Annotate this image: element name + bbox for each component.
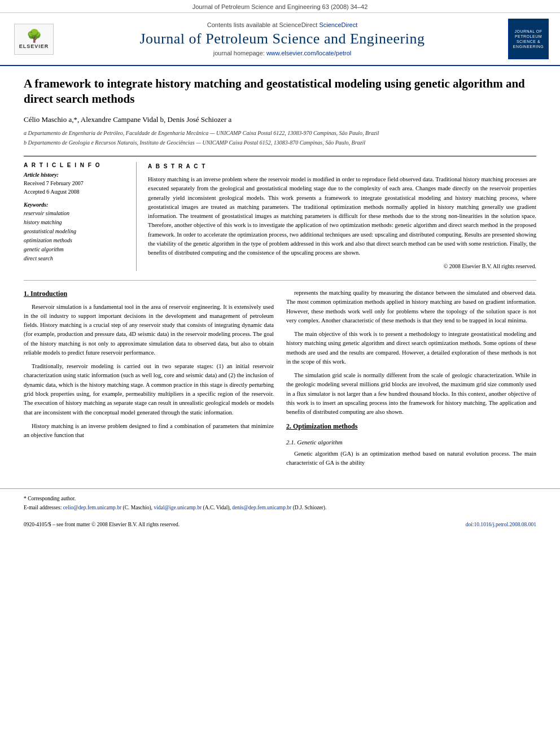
elsevier-text: ELSEVIER bbox=[19, 43, 49, 49]
abstract-label: A B S T R A C T bbox=[148, 162, 536, 171]
elsevier-logo-box: 🌳 ELSEVIER bbox=[14, 24, 54, 55]
doi-line: doi:10.1016/j.petrol.2008.08.001 bbox=[466, 522, 536, 527]
keyword-4: optimization methods bbox=[24, 236, 128, 245]
keyword-1: reservoir simulation bbox=[24, 209, 128, 218]
article-history-group: Article history: Received 7 February 200… bbox=[24, 172, 128, 196]
footnote-email-line: E-mail addresses: celio@dep.fem.unicamp.… bbox=[24, 504, 536, 512]
keyword-6: direct search bbox=[24, 254, 128, 263]
elsevier-tree-icon: 🌳 bbox=[27, 29, 42, 43]
section2-ga-text: Genetic algorithm (GA) is an optimizatio… bbox=[286, 449, 536, 468]
authors-text: Célio Maschio a,*, Alexandre Campane Vid… bbox=[24, 115, 231, 124]
abstract-text: History matching is an inverse problem w… bbox=[148, 175, 536, 257]
journal-homepage: journal homepage: www.elsevier.com/locat… bbox=[56, 50, 508, 56]
authors-line: Célio Maschio a,*, Alexandre Campane Vid… bbox=[24, 115, 536, 124]
keywords-label: Keywords: bbox=[24, 202, 128, 208]
footnote-name3: (D.J. Schiozer). bbox=[293, 505, 327, 510]
contents-line: Contents lists available at ScienceDirec… bbox=[56, 21, 508, 28]
article-info-label: A R T I C L E I N F O bbox=[24, 162, 128, 168]
article-info-abstract-section: A R T I C L E I N F O Article history: R… bbox=[24, 156, 536, 271]
intro-p3: History matching is an inverse problem d… bbox=[24, 422, 274, 440]
affiliation-a: a Departamento de Engenharia de Petróleo… bbox=[24, 129, 536, 137]
footnote-email3-link[interactable]: denis@dep.fem.unicamp.br bbox=[232, 505, 291, 510]
journal-homepage-link[interactable]: www.elsevier.com/locate/petrol bbox=[266, 50, 351, 56]
intro-p2: Traditionally, reservoir modeling is car… bbox=[24, 362, 274, 417]
footnote-name1: (C. Maschio), bbox=[123, 505, 152, 510]
intro-right-p1: represents the matching quality by measu… bbox=[286, 289, 536, 325]
journal-logo-text: JOURNAL OFPETROLEUMSCIENCE &ENGINEERING bbox=[513, 29, 544, 49]
article-info-col: A R T I C L E I N F O Article history: R… bbox=[24, 162, 137, 271]
footnote-email-label: E-mail addresses: bbox=[24, 505, 62, 510]
affiliation-b: b Departamento de Geologia e Recursos Na… bbox=[24, 138, 536, 147]
footnote-name2: (A.C. Vidal), bbox=[203, 505, 230, 510]
abstract-col: A B S T R A C T History matching is an i… bbox=[148, 162, 536, 271]
intro-right-p3: The simulation grid scale is normally di… bbox=[286, 371, 536, 417]
footnote-email1-link[interactable]: celio@dep.fem.unicamp.br bbox=[63, 505, 121, 510]
section1-title: 1. Introduction bbox=[24, 289, 274, 299]
article-title: A framework to integrate history matchin… bbox=[24, 76, 536, 107]
copyright-line: © 2008 Elsevier B.V. All rights reserved… bbox=[148, 262, 536, 271]
elsevier-logo: 🌳 ELSEVIER bbox=[11, 24, 56, 55]
header-center: Contents lists available at ScienceDirec… bbox=[56, 21, 508, 56]
body-left-col: 1. Introduction Reservoir simulation is … bbox=[24, 289, 274, 473]
keywords-list: reservoir simulation history matching ge… bbox=[24, 209, 128, 263]
journal-ref-bar: Journal of Petroleum Science and Enginee… bbox=[0, 0, 560, 13]
journal-ref-text: Journal of Petroleum Science and Enginee… bbox=[193, 3, 368, 10]
sciencedirect-link[interactable]: ScienceDirect bbox=[319, 21, 357, 28]
footnote-corresponding: * Corresponding author. bbox=[24, 495, 536, 503]
accepted-label: Accepted 6 August 2008 bbox=[24, 187, 128, 196]
page-wrapper: Journal of Petroleum Science and Enginee… bbox=[0, 0, 560, 527]
journal-title: Journal of Petroleum Science and Enginee… bbox=[56, 30, 508, 47]
body-two-col: 1. Introduction Reservoir simulation is … bbox=[24, 289, 536, 473]
footer-area: * Corresponding author. E-mail addresses… bbox=[0, 488, 560, 518]
affiliations: a Departamento de Engenharia de Petróleo… bbox=[24, 129, 536, 147]
keywords-group: Keywords: reservoir simulation history m… bbox=[24, 202, 128, 263]
keyword-3: geostatistical modeling bbox=[24, 227, 128, 236]
keyword-5: genetic algorithm bbox=[24, 245, 128, 254]
main-content: A framework to integrate history matchin… bbox=[0, 66, 560, 483]
issn-line: 0920-4105/$ – see front matter © 2008 El… bbox=[24, 522, 180, 527]
intro-right-p2: The main objective of this work is to pr… bbox=[286, 330, 536, 366]
journal-logo-box: JOURNAL OFPETROLEUMSCIENCE &ENGINEERING bbox=[508, 19, 549, 59]
keyword-2: history matching bbox=[24, 218, 128, 227]
body-right-col: represents the matching quality by measu… bbox=[286, 289, 536, 473]
footnote-email2-link[interactable]: vidal@ige.unicamp.br bbox=[154, 505, 202, 510]
section2-title: 2. Optimization methods bbox=[286, 421, 536, 432]
header-area: 🌳 ELSEVIER Contents lists available at S… bbox=[0, 13, 560, 66]
divider bbox=[24, 280, 536, 281]
article-history-label: Article history: bbox=[24, 172, 128, 178]
intro-p1: Reservoir simulation is a fundamental to… bbox=[24, 303, 274, 358]
received-label: Received 7 February 2007 bbox=[24, 179, 128, 187]
section2-sub1: 2.1. Genetic algorithm bbox=[286, 438, 536, 447]
footer-bottom: 0920-4105/$ – see front matter © 2008 El… bbox=[0, 522, 560, 527]
